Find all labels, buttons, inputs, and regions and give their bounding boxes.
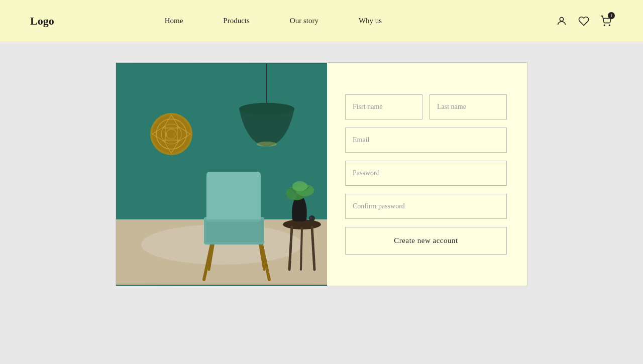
nav-link-our-story[interactable]: Our story [270,17,339,25]
create-account-button[interactable]: Create new account [345,227,507,255]
wishlist-icon[interactable] [577,14,591,28]
navbar-icons: 1 [555,14,613,28]
name-row [345,94,507,119]
nav-link-products[interactable]: Products [203,17,270,25]
svg-point-0 [560,17,563,21]
svg-point-36 [309,215,315,221]
nav-link-home[interactable]: Home [145,17,203,25]
svg-line-29 [301,228,302,270]
navbar: Logo Home Products Our story Why us 1 [0,0,643,42]
logo[interactable]: Logo [30,15,54,28]
svg-rect-25 [206,219,263,242]
account-icon[interactable] [555,14,569,28]
svg-rect-24 [206,172,261,222]
svg-point-37 [310,217,312,219]
form-panel: Create new account [327,63,527,286]
svg-point-7 [152,115,190,153]
svg-point-2 [609,25,610,26]
password-input[interactable] [345,161,507,186]
last-name-input[interactable] [430,94,507,119]
main-content: Create new account [0,42,643,316]
cart-icon[interactable]: 1 [599,14,613,28]
first-name-input[interactable] [345,94,422,119]
nav-link-why-us[interactable]: Why us [339,17,402,25]
cart-badge: 1 [608,12,615,19]
confirm-password-input[interactable] [345,194,507,219]
svg-point-18 [257,142,277,147]
svg-point-17 [239,103,294,115]
room-illustration [116,63,327,286]
signup-card: Create new account [116,62,527,286]
svg-point-1 [604,25,605,26]
email-input[interactable] [345,128,507,153]
image-panel [116,63,327,286]
nav-links: Home Products Our story Why us [145,17,555,25]
